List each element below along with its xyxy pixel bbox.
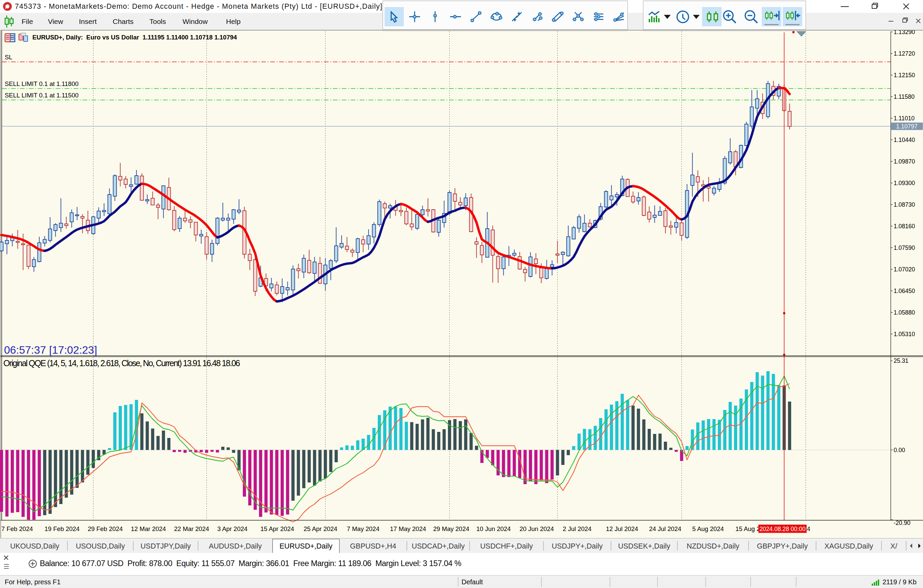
svg-text:UKOUSD,Daily: UKOUSD,Daily bbox=[10, 542, 59, 550]
svg-text:View: View bbox=[48, 18, 63, 25]
svg-text:Help: Help bbox=[226, 18, 241, 25]
svg-text:1.05310: 1.05310 bbox=[893, 331, 915, 337]
svg-text:1.11580: 1.11580 bbox=[893, 93, 915, 100]
svg-text:USOUSD,Daily: USOUSD,Daily bbox=[76, 542, 125, 550]
svg-text:19 Feb 2024: 19 Feb 2024 bbox=[44, 525, 80, 532]
svg-text:1.13290: 1.13290 bbox=[893, 30, 915, 35]
svg-text:10 Jun 2024: 10 Jun 2024 bbox=[476, 525, 511, 532]
svg-text:4: 4 bbox=[807, 526, 810, 532]
svg-text:1.12150: 1.12150 bbox=[893, 72, 915, 79]
svg-text:GBPUSD+,H4: GBPUSD+,H4 bbox=[350, 542, 396, 550]
svg-text:EURUSD+,Daily: EURUSD+,Daily bbox=[279, 542, 332, 550]
svg-text:Window: Window bbox=[182, 18, 208, 25]
svg-text:22 Mar 2024: 22 Mar 2024 bbox=[174, 525, 209, 532]
svg-text:SL: SL bbox=[5, 54, 13, 61]
svg-text:1.12720: 1.12720 bbox=[893, 50, 915, 57]
svg-text:X/: X/ bbox=[890, 542, 897, 550]
svg-text:USDCHF+,Daily: USDCHF+,Daily bbox=[480, 542, 533, 550]
svg-text:Tools: Tools bbox=[149, 18, 166, 25]
svg-text:3 Apr 2024: 3 Apr 2024 bbox=[217, 525, 248, 532]
svg-text:USDCAD+,Daily: USDCAD+,Daily bbox=[412, 542, 465, 550]
svg-text:17 May 2024: 17 May 2024 bbox=[390, 525, 426, 532]
svg-text:NZDUSD+,Daily: NZDUSD+,Daily bbox=[687, 542, 739, 550]
svg-text:GBPJPY+,Daily: GBPJPY+,Daily bbox=[757, 542, 808, 550]
svg-text:12 Jul 2024: 12 Jul 2024 bbox=[606, 525, 638, 532]
svg-text:1.07020: 1.07020 bbox=[893, 266, 915, 273]
svg-text:1.09870: 1.09870 bbox=[893, 158, 915, 165]
svg-text:Default: Default bbox=[462, 578, 483, 586]
svg-text:2119 / 9 Kb: 2119 / 9 Kb bbox=[882, 578, 916, 586]
svg-text:EURUSD+, Daily: Euro vs US Do: EURUSD+, Daily: Euro vs US Dollar 1.1119… bbox=[32, 34, 237, 41]
svg-text:24 Jul 2024: 24 Jul 2024 bbox=[649, 525, 682, 532]
svg-text:15 Apr 2024: 15 Apr 2024 bbox=[260, 525, 294, 532]
svg-text:For Help, press F1: For Help, press F1 bbox=[5, 578, 61, 586]
svg-text:Balance: 10 677.07 USD Profit: Balance: 10 677.07 USD Profit: 878.00 Eq… bbox=[40, 559, 462, 568]
svg-text:0.00: 0.00 bbox=[893, 447, 905, 454]
svg-text:SELL LIMIT 0.1 at 1.11500: SELL LIMIT 0.1 at 1.11500 bbox=[5, 92, 79, 99]
svg-text:20 Jun 2024: 20 Jun 2024 bbox=[519, 525, 554, 532]
svg-text:1.06450: 1.06450 bbox=[893, 288, 915, 294]
svg-text:745373 - MonetaMarkets-Demo: D: 745373 - MonetaMarkets-Demo: Demo Accoun… bbox=[15, 2, 383, 10]
svg-text:7 May 2024: 7 May 2024 bbox=[347, 525, 379, 532]
svg-text:7 Feb 2024: 7 Feb 2024 bbox=[2, 525, 33, 532]
svg-text:29 Feb 2024: 29 Feb 2024 bbox=[88, 525, 123, 532]
svg-text:File: File bbox=[21, 18, 33, 25]
svg-text:USDSEK+,Daily: USDSEK+,Daily bbox=[618, 542, 670, 550]
svg-text:XAGUSD,Daily: XAGUSD,Daily bbox=[824, 542, 874, 550]
svg-text:1.10797: 1.10797 bbox=[896, 123, 917, 130]
svg-text:USDJPY+,Daily: USDJPY+,Daily bbox=[552, 542, 603, 550]
svg-text:1.07590: 1.07590 bbox=[893, 244, 915, 251]
svg-text:06:57:37 [17:02:23]: 06:57:37 [17:02:23] bbox=[4, 344, 97, 356]
svg-text:1.09300: 1.09300 bbox=[893, 180, 915, 187]
svg-text:Insert: Insert bbox=[79, 18, 97, 25]
svg-text:Original QQE (14, 5, 14, 1.618: Original QQE (14, 5, 14, 1.618, 2.618, C… bbox=[3, 359, 240, 368]
svg-text:1.08730: 1.08730 bbox=[893, 201, 915, 208]
svg-text:1.11010: 1.11010 bbox=[893, 115, 915, 122]
svg-text:25.31: 25.31 bbox=[893, 357, 908, 364]
svg-text:1.05880: 1.05880 bbox=[893, 309, 915, 316]
svg-text:USDTJPY,Daily: USDTJPY,Daily bbox=[141, 542, 191, 550]
svg-text:SELL LIMIT 0.1 at 1.11800: SELL LIMIT 0.1 at 1.11800 bbox=[5, 80, 79, 87]
svg-text:5 Aug 2024: 5 Aug 2024 bbox=[692, 525, 724, 532]
svg-text:2024.08.28 00:00: 2024.08.28 00:00 bbox=[759, 526, 806, 532]
svg-text:1.08160: 1.08160 bbox=[893, 223, 915, 229]
svg-text:AUDUSD+,Daily: AUDUSD+,Daily bbox=[209, 542, 262, 550]
svg-text:12 Mar 2024: 12 Mar 2024 bbox=[131, 525, 166, 532]
svg-text:-20.90: -20.90 bbox=[893, 519, 910, 526]
svg-text:29 May 2024: 29 May 2024 bbox=[433, 525, 469, 532]
svg-text:1.10440: 1.10440 bbox=[893, 136, 915, 143]
svg-text:25 Apr 2024: 25 Apr 2024 bbox=[304, 525, 337, 532]
svg-text:2 Jul 2024: 2 Jul 2024 bbox=[563, 525, 591, 532]
svg-text:Charts: Charts bbox=[113, 18, 134, 25]
